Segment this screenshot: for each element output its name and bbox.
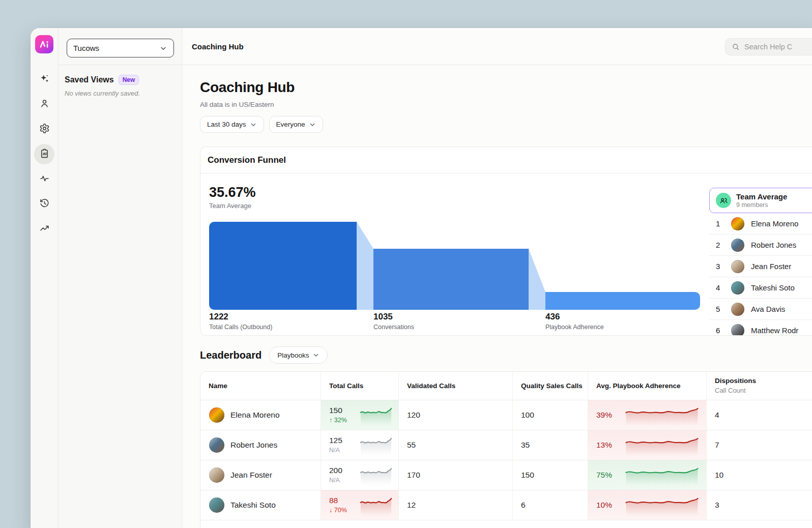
- trend-sparkline: [624, 494, 700, 516]
- chevron-down-icon: [312, 351, 320, 359]
- avatar: [209, 407, 224, 423]
- funnel-bar-total-calls[interactable]: [209, 222, 357, 310]
- app-window: Tucows Saved Views New No views currentl…: [31, 28, 812, 528]
- column-header-dispositions[interactable]: Dispositions Call Count: [707, 372, 812, 400]
- column-header-validated-calls[interactable]: Validated Calls: [399, 372, 513, 400]
- funnel-stage-value: 436: [545, 312, 604, 322]
- funnel-chart: [209, 222, 700, 310]
- topbar: Coaching Hub Search Help C: [182, 28, 812, 65]
- dispositions-title: Dispositions: [715, 377, 756, 386]
- team-rank-row[interactable]: 2Robert Jones: [709, 234, 812, 256]
- funnel-bar-conversations[interactable]: [373, 249, 529, 310]
- history-icon: [39, 198, 50, 211]
- adherence-value: 13%: [596, 441, 612, 450]
- team-average-chip[interactable]: Team Average 9 members: [709, 188, 812, 213]
- adherence-value: 10%: [596, 501, 612, 510]
- trend-sparkline: [360, 434, 392, 456]
- sidebar-item-history-icon[interactable]: [34, 194, 54, 214]
- playbooks-filter[interactable]: Playbooks: [269, 346, 328, 364]
- new-badge: New: [119, 75, 139, 85]
- card-title: Conversion Funnel: [200, 147, 812, 173]
- dispositions-subtitle: Call Count: [715, 387, 756, 395]
- table-row: Takeshi Soto88↓ 70%12610%3: [200, 490, 812, 520]
- avatar: [209, 497, 224, 513]
- coaching-hub-icon: [39, 148, 50, 161]
- funnel-stage-label: 1035 Conversations: [373, 312, 414, 331]
- app-logo-icon[interactable]: [35, 35, 53, 53]
- date-range-label: Last 30 days: [207, 121, 246, 128]
- member-rank: 3: [716, 262, 725, 271]
- cell-avg-playbook-adherence: 10%: [588, 490, 707, 520]
- sparkles-icon: [39, 73, 50, 86]
- cell-name[interactable]: Jean Foster: [200, 460, 321, 490]
- column-header-total-calls[interactable]: Total Calls: [321, 372, 399, 400]
- team-panel-title: Team Average: [736, 192, 787, 201]
- workspace-select[interactable]: Tucows: [67, 39, 174, 57]
- cell-dispositions: 7: [707, 430, 812, 460]
- team-rank-row[interactable]: 1Elena Moreno: [709, 213, 812, 234]
- column-header-avg-playbook-adherence[interactable]: Avg. Playbook Adherence: [588, 372, 707, 400]
- chevron-down-icon: [159, 44, 167, 52]
- page-title: Coaching Hub: [200, 79, 295, 96]
- team-rank-row[interactable]: 3Jean Foster: [709, 256, 812, 277]
- sidebar-item-person-icon[interactable]: [34, 94, 54, 114]
- search-placeholder: Search Help C: [744, 43, 792, 51]
- saved-views-panel: Tucows Saved Views New No views currentl…: [59, 28, 182, 528]
- funnel-stage-caption: Total Calls (Outbound): [209, 324, 272, 331]
- funnel-bar-playbook-adherence[interactable]: [545, 292, 700, 310]
- conversion-funnel-card: Conversion Funnel 35.67% Team Average 12…: [200, 146, 812, 336]
- member-rank: 4: [716, 283, 725, 292]
- avatar: [731, 303, 744, 316]
- total-calls-value: 88: [329, 496, 347, 506]
- avatar: [731, 217, 744, 230]
- total-calls-delta: N/A: [329, 477, 342, 484]
- cell-name[interactable]: Robert Jones: [200, 430, 321, 460]
- avatar: [731, 260, 744, 273]
- trend-sparkline: [624, 434, 700, 456]
- cell-validated-calls: 170: [399, 460, 513, 490]
- cell-name[interactable]: Elena Moreno: [200, 400, 321, 430]
- icon-rail: [31, 28, 59, 528]
- column-header-quality-sales-calls[interactable]: Quality Sales Calls: [513, 372, 588, 400]
- cell-validated-calls: 120: [399, 400, 513, 430]
- member-rank: 1: [716, 219, 725, 228]
- column-header-name[interactable]: Name: [200, 372, 321, 400]
- adherence-value: 75%: [596, 471, 612, 480]
- total-calls-delta: N/A: [329, 447, 342, 454]
- playbooks-filter-label: Playbooks: [277, 351, 309, 359]
- team-rank-row[interactable]: 5Ava Davis: [709, 299, 812, 320]
- avatar: [731, 239, 744, 252]
- funnel-connector: [529, 222, 545, 310]
- cell-name[interactable]: Takeshi Soto: [200, 490, 321, 520]
- funnel-stage-label: 436 Playbook Adherence: [545, 312, 604, 331]
- funnel-stage-value: 1222: [209, 312, 272, 322]
- trend-sparkline: [360, 464, 392, 486]
- cell-quality-sales-calls: 6: [513, 490, 588, 520]
- sidebar-item-trending-up-icon[interactable]: [34, 219, 54, 239]
- trending-up-icon: [39, 223, 50, 236]
- sidebar-item-gear-icon[interactable]: [34, 119, 54, 139]
- search-input[interactable]: Search Help C: [725, 38, 812, 55]
- saved-views-title: Saved Views: [65, 75, 114, 84]
- member-rank: 5: [716, 305, 725, 313]
- team-average-value: 35.67%: [209, 185, 256, 200]
- sidebar-item-coaching-hub-icon[interactable]: [34, 144, 54, 164]
- team-rank-row[interactable]: 6Matthew Rodr: [709, 320, 812, 336]
- member-name: Takeshi Soto: [751, 283, 795, 292]
- leaderboard-table: Name Total Calls Validated Calls Quality…: [200, 371, 812, 528]
- trend-sparkline: [624, 464, 700, 486]
- sidebar-item-activity-icon[interactable]: [34, 169, 54, 189]
- team-rank-row[interactable]: 4Takeshi Soto: [709, 277, 812, 299]
- gear-icon: [39, 123, 50, 136]
- member-name: Ava Davis: [751, 305, 785, 313]
- adherence-value: 39%: [596, 410, 612, 420]
- date-range-filter[interactable]: Last 30 days: [200, 116, 264, 133]
- workspace-select-value: Tucows: [73, 44, 99, 52]
- page-subtitle: All data is in US/Eastern: [200, 101, 274, 108]
- team-filter[interactable]: Everyone: [269, 116, 323, 133]
- table-header-row: Name Total Calls Validated Calls Quality…: [200, 372, 812, 400]
- cell-quality-sales-calls: 100: [513, 400, 588, 430]
- table-row: Robert Jones125N/A553513%7: [200, 430, 812, 460]
- sidebar-item-sparkles-icon[interactable]: [34, 69, 54, 90]
- avatar: [731, 281, 744, 295]
